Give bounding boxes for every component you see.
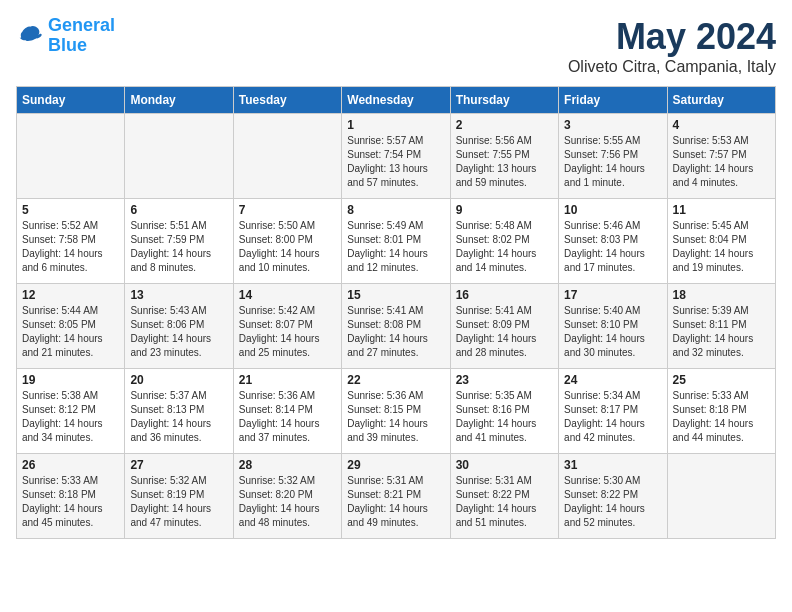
day-number: 27 — [130, 458, 227, 472]
calendar-cell: 12Sunrise: 5:44 AMSunset: 8:05 PMDayligh… — [17, 284, 125, 369]
calendar-cell: 23Sunrise: 5:35 AMSunset: 8:16 PMDayligh… — [450, 369, 558, 454]
calendar-cell: 11Sunrise: 5:45 AMSunset: 8:04 PMDayligh… — [667, 199, 775, 284]
calendar-cell — [667, 454, 775, 539]
day-info: Sunrise: 5:44 AMSunset: 8:05 PMDaylight:… — [22, 304, 119, 360]
calendar-cell: 16Sunrise: 5:41 AMSunset: 8:09 PMDayligh… — [450, 284, 558, 369]
calendar-week-row: 19Sunrise: 5:38 AMSunset: 8:12 PMDayligh… — [17, 369, 776, 454]
weekday-header: Wednesday — [342, 87, 450, 114]
weekday-header: Friday — [559, 87, 667, 114]
calendar-cell: 1Sunrise: 5:57 AMSunset: 7:54 PMDaylight… — [342, 114, 450, 199]
day-info: Sunrise: 5:32 AMSunset: 8:20 PMDaylight:… — [239, 474, 336, 530]
calendar-cell: 21Sunrise: 5:36 AMSunset: 8:14 PMDayligh… — [233, 369, 341, 454]
calendar-cell: 31Sunrise: 5:30 AMSunset: 8:22 PMDayligh… — [559, 454, 667, 539]
day-number: 5 — [22, 203, 119, 217]
day-info: Sunrise: 5:37 AMSunset: 8:13 PMDaylight:… — [130, 389, 227, 445]
day-info: Sunrise: 5:51 AMSunset: 7:59 PMDaylight:… — [130, 219, 227, 275]
day-number: 25 — [673, 373, 770, 387]
day-number: 3 — [564, 118, 661, 132]
day-info: Sunrise: 5:33 AMSunset: 8:18 PMDaylight:… — [22, 474, 119, 530]
day-info: Sunrise: 5:53 AMSunset: 7:57 PMDaylight:… — [673, 134, 770, 190]
calendar-week-row: 12Sunrise: 5:44 AMSunset: 8:05 PMDayligh… — [17, 284, 776, 369]
calendar-cell — [125, 114, 233, 199]
day-info: Sunrise: 5:46 AMSunset: 8:03 PMDaylight:… — [564, 219, 661, 275]
day-number: 1 — [347, 118, 444, 132]
calendar-cell: 15Sunrise: 5:41 AMSunset: 8:08 PMDayligh… — [342, 284, 450, 369]
calendar-cell: 14Sunrise: 5:42 AMSunset: 8:07 PMDayligh… — [233, 284, 341, 369]
calendar-cell: 5Sunrise: 5:52 AMSunset: 7:58 PMDaylight… — [17, 199, 125, 284]
weekday-header: Monday — [125, 87, 233, 114]
logo-text: General Blue — [48, 16, 115, 56]
day-info: Sunrise: 5:52 AMSunset: 7:58 PMDaylight:… — [22, 219, 119, 275]
day-info: Sunrise: 5:49 AMSunset: 8:01 PMDaylight:… — [347, 219, 444, 275]
calendar-title: May 2024 — [568, 16, 776, 58]
day-info: Sunrise: 5:40 AMSunset: 8:10 PMDaylight:… — [564, 304, 661, 360]
calendar-cell: 30Sunrise: 5:31 AMSunset: 8:22 PMDayligh… — [450, 454, 558, 539]
day-info: Sunrise: 5:39 AMSunset: 8:11 PMDaylight:… — [673, 304, 770, 360]
weekday-header: Sunday — [17, 87, 125, 114]
day-number: 12 — [22, 288, 119, 302]
day-number: 19 — [22, 373, 119, 387]
logo: General Blue — [16, 16, 115, 56]
day-info: Sunrise: 5:57 AMSunset: 7:54 PMDaylight:… — [347, 134, 444, 190]
calendar-cell: 8Sunrise: 5:49 AMSunset: 8:01 PMDaylight… — [342, 199, 450, 284]
calendar-cell: 17Sunrise: 5:40 AMSunset: 8:10 PMDayligh… — [559, 284, 667, 369]
calendar-cell: 29Sunrise: 5:31 AMSunset: 8:21 PMDayligh… — [342, 454, 450, 539]
calendar-cell: 10Sunrise: 5:46 AMSunset: 8:03 PMDayligh… — [559, 199, 667, 284]
calendar-week-row: 5Sunrise: 5:52 AMSunset: 7:58 PMDaylight… — [17, 199, 776, 284]
calendar-cell: 18Sunrise: 5:39 AMSunset: 8:11 PMDayligh… — [667, 284, 775, 369]
weekday-header-row: SundayMondayTuesdayWednesdayThursdayFrid… — [17, 87, 776, 114]
day-number: 7 — [239, 203, 336, 217]
weekday-header: Tuesday — [233, 87, 341, 114]
calendar-cell: 25Sunrise: 5:33 AMSunset: 8:18 PMDayligh… — [667, 369, 775, 454]
logo-icon — [16, 22, 44, 50]
day-info: Sunrise: 5:38 AMSunset: 8:12 PMDaylight:… — [22, 389, 119, 445]
day-number: 11 — [673, 203, 770, 217]
day-number: 17 — [564, 288, 661, 302]
title-block: May 2024 Oliveto Citra, Campania, Italy — [568, 16, 776, 76]
day-number: 6 — [130, 203, 227, 217]
day-info: Sunrise: 5:35 AMSunset: 8:16 PMDaylight:… — [456, 389, 553, 445]
day-number: 24 — [564, 373, 661, 387]
calendar-table: SundayMondayTuesdayWednesdayThursdayFrid… — [16, 86, 776, 539]
calendar-cell: 3Sunrise: 5:55 AMSunset: 7:56 PMDaylight… — [559, 114, 667, 199]
calendar-cell: 19Sunrise: 5:38 AMSunset: 8:12 PMDayligh… — [17, 369, 125, 454]
day-info: Sunrise: 5:32 AMSunset: 8:19 PMDaylight:… — [130, 474, 227, 530]
calendar-cell: 7Sunrise: 5:50 AMSunset: 8:00 PMDaylight… — [233, 199, 341, 284]
day-info: Sunrise: 5:36 AMSunset: 8:15 PMDaylight:… — [347, 389, 444, 445]
day-info: Sunrise: 5:41 AMSunset: 8:08 PMDaylight:… — [347, 304, 444, 360]
day-number: 14 — [239, 288, 336, 302]
day-info: Sunrise: 5:31 AMSunset: 8:21 PMDaylight:… — [347, 474, 444, 530]
day-number: 8 — [347, 203, 444, 217]
day-info: Sunrise: 5:55 AMSunset: 7:56 PMDaylight:… — [564, 134, 661, 190]
day-info: Sunrise: 5:41 AMSunset: 8:09 PMDaylight:… — [456, 304, 553, 360]
day-info: Sunrise: 5:50 AMSunset: 8:00 PMDaylight:… — [239, 219, 336, 275]
day-info: Sunrise: 5:43 AMSunset: 8:06 PMDaylight:… — [130, 304, 227, 360]
day-number: 30 — [456, 458, 553, 472]
day-info: Sunrise: 5:34 AMSunset: 8:17 PMDaylight:… — [564, 389, 661, 445]
day-info: Sunrise: 5:42 AMSunset: 8:07 PMDaylight:… — [239, 304, 336, 360]
day-info: Sunrise: 5:45 AMSunset: 8:04 PMDaylight:… — [673, 219, 770, 275]
calendar-cell: 2Sunrise: 5:56 AMSunset: 7:55 PMDaylight… — [450, 114, 558, 199]
weekday-header: Thursday — [450, 87, 558, 114]
calendar-cell: 20Sunrise: 5:37 AMSunset: 8:13 PMDayligh… — [125, 369, 233, 454]
day-number: 28 — [239, 458, 336, 472]
calendar-cell: 22Sunrise: 5:36 AMSunset: 8:15 PMDayligh… — [342, 369, 450, 454]
calendar-subtitle: Oliveto Citra, Campania, Italy — [568, 58, 776, 76]
day-number: 4 — [673, 118, 770, 132]
weekday-header: Saturday — [667, 87, 775, 114]
calendar-cell: 9Sunrise: 5:48 AMSunset: 8:02 PMDaylight… — [450, 199, 558, 284]
day-number: 21 — [239, 373, 336, 387]
day-info: Sunrise: 5:33 AMSunset: 8:18 PMDaylight:… — [673, 389, 770, 445]
calendar-cell: 4Sunrise: 5:53 AMSunset: 7:57 PMDaylight… — [667, 114, 775, 199]
day-number: 13 — [130, 288, 227, 302]
day-number: 29 — [347, 458, 444, 472]
day-number: 10 — [564, 203, 661, 217]
page-header: General Blue May 2024 Oliveto Citra, Cam… — [16, 16, 776, 76]
calendar-cell: 13Sunrise: 5:43 AMSunset: 8:06 PMDayligh… — [125, 284, 233, 369]
day-number: 18 — [673, 288, 770, 302]
day-number: 22 — [347, 373, 444, 387]
calendar-cell: 6Sunrise: 5:51 AMSunset: 7:59 PMDaylight… — [125, 199, 233, 284]
calendar-cell: 26Sunrise: 5:33 AMSunset: 8:18 PMDayligh… — [17, 454, 125, 539]
day-number: 31 — [564, 458, 661, 472]
calendar-cell: 27Sunrise: 5:32 AMSunset: 8:19 PMDayligh… — [125, 454, 233, 539]
